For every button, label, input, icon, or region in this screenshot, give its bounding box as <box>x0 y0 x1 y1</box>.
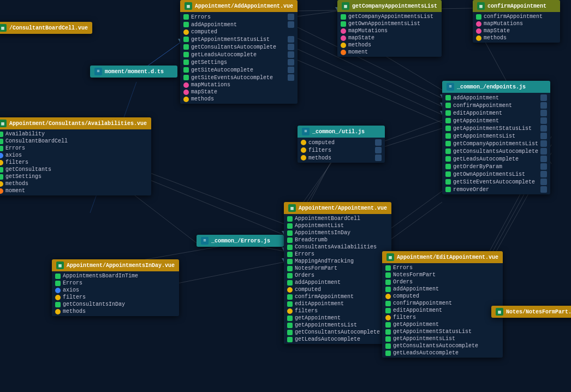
row-icon <box>287 266 293 271</box>
node-appointments-in-day[interactable]: ▦Appointment/AppointmentsInDay.vueAppoin… <box>52 259 179 316</box>
node-row: Errors <box>284 251 391 258</box>
row-icon <box>287 316 293 321</box>
node-consultants-availabilities[interactable]: ▦Appointment/Consultants/Availabilities.… <box>0 117 151 195</box>
row-label: getConsultantsAutocomplete <box>393 343 499 349</box>
row-label: mapState <box>484 28 557 34</box>
row-label: getSettings <box>5 174 148 180</box>
node-row: getConsultantsInDay <box>52 301 179 308</box>
node-row: Errors <box>52 280 179 287</box>
node-row: moment <box>337 49 442 56</box>
node-notes-form-part[interactable]: ▦Notes/NotesFormPart.vue <box>491 306 571 318</box>
row-label: axios <box>63 287 176 293</box>
row-label: getSiteEventsAutocomplete <box>191 75 286 81</box>
row-label: getSiteAutocomplete <box>191 67 286 73</box>
node-moment[interactable]: ≡moment/moment.d.ts <box>90 66 177 78</box>
row-label: axios <box>5 152 148 158</box>
node-row: methods <box>180 96 298 103</box>
node-row: getConsultantsAutocomplete <box>442 147 550 155</box>
node-row: Errors <box>0 145 151 152</box>
row-icon <box>183 90 189 95</box>
node-row: getAppointment <box>284 314 391 322</box>
node-top-right-node[interactable]: ▦getCompanyAppointmentsListgetCompanyApp… <box>337 0 442 57</box>
row-badge <box>540 117 547 124</box>
node-row: Orders <box>284 272 391 279</box>
node-common-errors[interactable]: ≡_common_/Errors.js <box>197 235 284 247</box>
node-row: confirmAppointment <box>442 102 550 109</box>
row-label: editAppointment <box>393 307 499 313</box>
node-title: _common_/util.js <box>312 129 365 135</box>
row-label: editAppointment <box>453 110 538 116</box>
node-row: getSiteAutocomplete <box>180 66 298 74</box>
row-label: filters <box>5 159 148 165</box>
row-label: moment <box>348 49 438 55</box>
row-icon <box>301 155 306 161</box>
row-label: methods <box>5 181 148 187</box>
node-row: getOwnAppointmentsList <box>337 20 442 27</box>
node-row: getCompanyAppointmentsList <box>337 13 442 20</box>
node-row: axios <box>52 287 179 294</box>
row-label: Orders <box>295 272 388 278</box>
row-label: computed <box>295 287 388 293</box>
row-label: addAppointment <box>191 22 286 28</box>
row-icon <box>287 230 293 236</box>
node-row: editAppointment <box>382 307 503 314</box>
node-row: confirmAppointment <box>473 13 560 20</box>
row-icon <box>55 274 61 279</box>
node-edit-appointment[interactable]: ▦Appointment/EditAppointment.vueErrorsNo… <box>382 251 503 358</box>
row-label: Errors <box>63 280 176 286</box>
row-label: getAppointmentStatusList <box>191 37 286 43</box>
node-row: getConsultantsAutocomplete <box>382 342 503 349</box>
node-row: mapState <box>337 34 442 41</box>
node-title: moment/moment.d.ts <box>105 69 164 75</box>
node-row: getConsultantsAutocomplete <box>284 329 391 336</box>
node-common-util[interactable]: ≡_common_/util.jscomputedfiltersmethods <box>298 126 385 163</box>
row-label: Errors <box>5 145 148 151</box>
row-icon <box>287 287 293 293</box>
node-row: mapState <box>180 88 298 96</box>
row-icon <box>0 132 3 137</box>
node-row: addAppointment <box>382 286 503 293</box>
row-label: getAppointment <box>393 322 499 328</box>
node-body-top-right-node: getCompanyAppointmentsListgetOwnAppointm… <box>337 12 442 57</box>
row-label: NotesFormPart <box>393 272 499 278</box>
node-row: AppointmentsInDay <box>284 229 391 236</box>
node-title: Appointment/AddAppointment.vue <box>195 3 293 9</box>
row-label: mapState <box>191 89 294 95</box>
node-row: ConsultantBoardCell <box>0 138 151 145</box>
row-icon <box>287 301 293 307</box>
row-icon <box>445 118 451 123</box>
row-label: mapState <box>348 35 438 41</box>
node-row: addAppointment <box>442 94 550 102</box>
node-row: getAppointmentsList <box>382 335 503 342</box>
node-row: getSiteEventsAutocomplete <box>180 74 298 81</box>
node-top-far-right[interactable]: ▦confirmAppointmentconfirmAppointmentmap… <box>473 0 560 43</box>
row-label: getCompanyAppointmentsList <box>348 14 438 20</box>
node-body-common-endpoints: addAppointmentconfirmAppointmenteditAppo… <box>442 93 550 194</box>
node-title: Appointment/AppointmentsInDay.vue <box>67 263 175 269</box>
node-appointment-main[interactable]: ▦Appointment/Appointment.vueAppointmentB… <box>284 202 391 344</box>
row-label: confirmAppointment <box>393 300 499 306</box>
node-row: computed <box>180 28 298 35</box>
node-type-icon: ▦ <box>185 2 192 10</box>
row-icon <box>287 330 293 335</box>
node-add-appointment[interactable]: ▦Appointment/AddAppointment.vueErrorsadd… <box>180 0 298 104</box>
row-label: computed <box>393 293 499 299</box>
node-body-consultants-availabilities: AvailabilityConsultantBoardCellErrorsaxi… <box>0 129 151 195</box>
node-consultant-board-cell[interactable]: ▦/ConsultantBoardCell.vue <box>0 22 92 34</box>
row-badge <box>540 125 547 132</box>
row-icon <box>287 245 293 250</box>
row-label: MappingAndTracking <box>295 258 388 264</box>
node-row: getConsultants <box>0 166 151 173</box>
row-label: getLeadsAutocomplete <box>393 350 499 356</box>
svg-line-19 <box>298 11 337 16</box>
row-badge <box>288 51 294 58</box>
row-icon <box>287 273 293 278</box>
node-row: getLeadsAutocomplete <box>382 349 503 357</box>
row-icon <box>385 272 391 278</box>
row-icon <box>183 82 189 88</box>
row-label: mapMutations <box>484 21 557 27</box>
node-row: removeOrder <box>442 186 550 193</box>
row-icon <box>183 75 189 80</box>
node-body-common-util: computedfiltersmethods <box>298 138 385 163</box>
node-common-endpoints[interactable]: ≡_common_/endpoints.jsaddAppointmentconf… <box>442 81 550 194</box>
